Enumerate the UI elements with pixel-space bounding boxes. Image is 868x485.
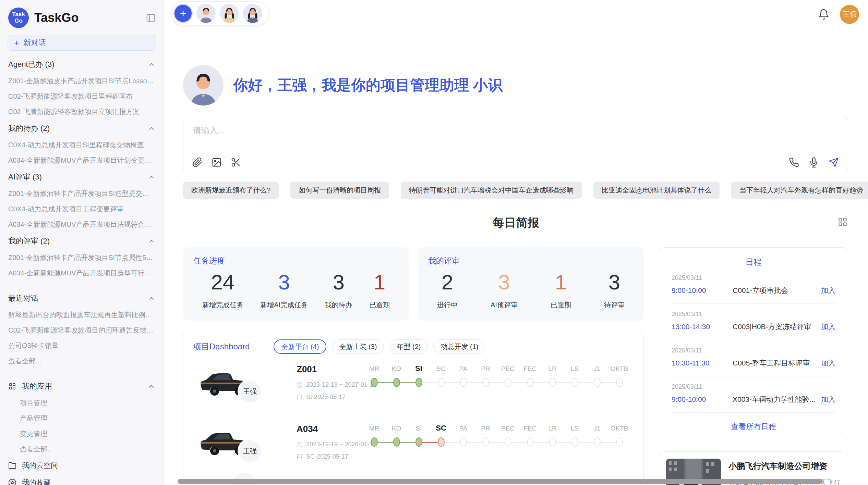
scissors-icon[interactable] (231, 157, 241, 167)
attach-icon[interactable] (192, 157, 203, 167)
avatar-woman-ponytail[interactable] (243, 4, 262, 23)
sidebar-item[interactable]: A034-全新新能源MUV产品开发项目计划变更表编写 (0, 153, 164, 168)
notifications-bell-icon[interactable] (818, 9, 830, 20)
message-input[interactable] (183, 116, 848, 148)
composer-left-icons (192, 157, 241, 167)
sidebar-item[interactable]: 查看全部... (0, 353, 164, 369)
chevron-up-icon[interactable] (148, 61, 155, 68)
project-code: A034 (297, 424, 318, 434)
apps-grid-icon (8, 382, 16, 390)
project-flag-milestone: SI-2025-05-17 (297, 394, 346, 401)
task-section-1-header[interactable]: 我的待办 (2) (0, 120, 164, 137)
chevron-up-icon[interactable] (148, 237, 155, 245)
milestone-label-oktb: OKTB (608, 425, 630, 432)
mic-icon[interactable] (809, 157, 819, 167)
stat-card: 任务进度24新增完成任务3新增AI完成任务3我的待办1已逾期 (183, 247, 409, 321)
user-avatar[interactable]: 王强 (840, 5, 859, 24)
cloud-folder-icon (8, 461, 16, 470)
schedule-events: 2025/03/119:00-10:00C001-立项审批会加入2025/03/… (672, 268, 835, 413)
task-section-3-header[interactable]: 我的评审 (2) (0, 232, 164, 250)
app-item[interactable]: 产品管理 (0, 411, 164, 426)
add-agent-button[interactable]: + (174, 5, 192, 22)
chevron-up-icon[interactable] (148, 173, 155, 181)
sidebar-header: Task Go TaskGo (0, 0, 164, 32)
event-name: X003-车辆动力学性能验... (733, 395, 817, 404)
my-apps-label: 我的应用 (22, 381, 52, 391)
milestone-label-ko: KO (385, 365, 408, 373)
sidebar-item[interactable]: 解释最新出台的欧盟报废车法规再生塑料比例被调至15%... (0, 307, 164, 323)
suggestion-chip[interactable]: 当下年轻人对汽车外观有怎样的喜好趋势 (731, 182, 868, 199)
project-row[interactable]: 王强Z0012023-12-19 ~ 2027-01-19SI-2025-05-… (193, 361, 634, 413)
stat-item: 24新增完成任务 (202, 269, 243, 310)
task-section-2-header[interactable]: AI评审 (3) (0, 168, 164, 186)
event-join-link[interactable]: 加入 (821, 322, 835, 332)
avatar-woman-long-hair[interactable] (220, 4, 239, 23)
chevron-up-icon[interactable] (148, 295, 155, 302)
event-join-link[interactable]: 加入 (821, 286, 835, 295)
sidebar-item[interactable]: A034-全新新能源MUV产品开发项目法规符合性评审 (0, 217, 164, 232)
milestone-label-ls: LS (564, 365, 586, 373)
sidebar-item[interactable]: C0X4-动力总成开发项目工程变更评审 (0, 201, 164, 217)
stat-value: 3 (260, 269, 308, 296)
voice-call-icon[interactable] (789, 157, 799, 167)
chevron-up-icon[interactable] (148, 125, 155, 132)
logo-line2: Go (14, 18, 23, 24)
sidebar-item[interactable]: A034-全新新能源MUV产品开发项目造型可行性评审 (0, 265, 164, 281)
flag-text: SC-2025-05-17 (306, 453, 348, 460)
sidebar-item[interactable]: C02-飞腾新能源轻客改款项目立项汇报方案 (0, 104, 164, 120)
recent-section-label: 最近对话 (8, 293, 38, 303)
dashboard-tab[interactable]: 年型 (2) (389, 339, 428, 354)
project-row[interactable]: 王强A0342023-12-19 ~ 2026-01-19SC-2025-05-… (193, 421, 634, 473)
new-chat-button[interactable]: + 新对话 (8, 35, 156, 51)
milestone-label-pa: PA (452, 365, 474, 373)
milestone-dot-lr (549, 437, 556, 447)
task-section-0-header[interactable]: Agent已办 (3) (0, 55, 164, 73)
suggestion-chip[interactable]: 特朗普可能对进口汽车增税会对中国车企造成哪些影响 (401, 182, 582, 199)
recent-section-header[interactable]: 最近对话 (0, 289, 164, 307)
greeting-text: 你好，王强，我是你的项目管理助理 小识 (233, 75, 503, 95)
sidebar-link-我的收藏[interactable]: 我的收藏 (0, 474, 164, 485)
stat-value: 1 (551, 269, 571, 296)
milestone-dot-pr (482, 437, 489, 447)
dashboard-tab[interactable]: 全新平台 (4) (274, 339, 326, 354)
sidebar-link-label: 我的云空间 (22, 461, 58, 470)
view-all-schedule-link[interactable]: 查看所有日程 (672, 422, 835, 432)
suggestion-chip[interactable]: 比亚迪全固态电池计划具体说了什么 (593, 182, 720, 199)
dashboard-projects: 王强Z0012023-12-19 ~ 2027-01-19SI-2025-05-… (193, 361, 634, 473)
suggestion-chip[interactable]: 欧洲新规最近颁布了什么? (183, 182, 279, 199)
collapse-sidebar-icon[interactable] (146, 13, 156, 23)
sidebar-item[interactable]: C0X4-动力总成开发项目SI里程碑提交物检查 (0, 137, 164, 153)
dashboard-tab[interactable]: 动总开发 (1) (433, 339, 485, 354)
sidebar-item[interactable]: Z001-全新燃油皮卡产品开发项目SI节点Lesson Learn报告 (0, 73, 164, 89)
layout-grid-icon[interactable] (837, 216, 848, 227)
sidebar-item[interactable]: Z001-全新燃油轻卡产品开发项目SI造型提交物评审 (0, 186, 164, 201)
sidebar-item[interactable]: 公司Q3轻卡销量 (0, 338, 164, 353)
event-join-link[interactable]: 加入 (821, 395, 835, 404)
sidebar-item[interactable]: C02-飞腾新能源轻客改款项目里程碑画布 (0, 89, 164, 104)
event-name: C003|H0B-方案冻结评审 (733, 322, 817, 332)
send-icon[interactable] (829, 157, 839, 167)
clock-icon (297, 382, 303, 388)
sidebar-item[interactable]: C02-飞腾新能源轻客改款项目的闭环通告反馈情况 (0, 323, 164, 338)
chevron-up-icon[interactable] (147, 382, 155, 390)
app-item[interactable]: 项目管理 (0, 395, 164, 411)
image-icon[interactable] (212, 157, 222, 167)
favorites-icon (8, 478, 16, 485)
taskgo-app: Task Go TaskGo + 新对话 Agent已办 (3)Z001-全新燃… (0, 0, 868, 485)
stat-columns: 2进行中3AI预评审1已逾期3待评审 (428, 266, 634, 310)
suggestion-chip[interactable]: 如何写一份清晰的项目周报 (290, 182, 389, 199)
milestone-label-pec: PEC (497, 365, 519, 373)
dashboard-tab[interactable]: 全新上装 (3) (332, 339, 384, 354)
sidebar-item[interactable]: Z001-全新燃油轻卡产品开发项目SI节点属性5D文件评审 (0, 250, 164, 265)
stat-columns: 24新增完成任务3新增AI完成任务3我的待办1已逾期 (193, 266, 399, 310)
avatar-man[interactable] (196, 4, 216, 23)
app-item[interactable]: 查看全部.. (0, 442, 164, 457)
sidebar-link-我的云空间[interactable]: 我的云空间 (0, 457, 164, 474)
my-apps-header[interactable]: 我的应用 (0, 377, 164, 395)
app-item[interactable]: 变更管理 (0, 426, 164, 442)
sidebar: Task Go TaskGo + 新对话 Agent已办 (3)Z001-全新燃… (0, 0, 164, 485)
stat-label: 已逾期 (369, 300, 390, 310)
milestone-dot-mr (371, 378, 378, 387)
horizontal-scrollbar[interactable] (178, 479, 823, 484)
event-join-link[interactable]: 加入 (821, 358, 835, 368)
